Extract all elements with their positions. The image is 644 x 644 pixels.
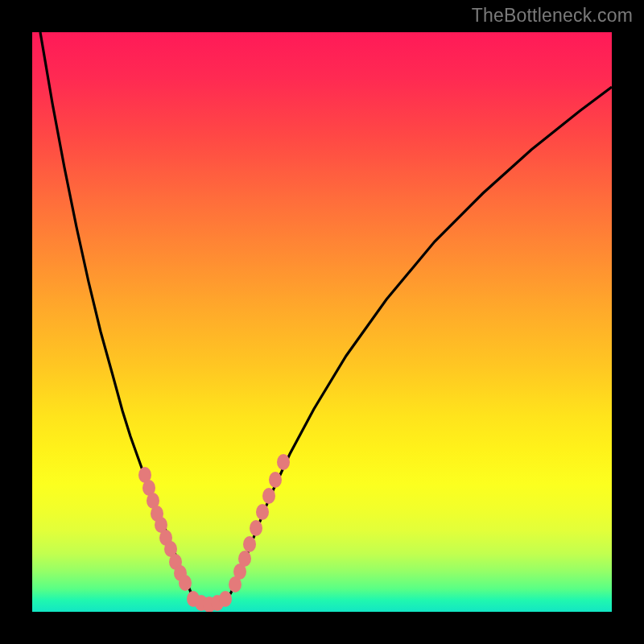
data-marker [269, 472, 282, 488]
chart-frame: TheBottleneck.com [0, 0, 644, 644]
data-marker [277, 454, 290, 470]
data-marker [219, 591, 232, 607]
curve-left-branch [40, 32, 192, 594]
watermark-text: TheBottleneck.com [472, 5, 633, 27]
data-marker [243, 536, 256, 552]
chart-svg [32, 32, 612, 612]
curve-right-branch [230, 87, 612, 594]
data-marker [179, 575, 192, 591]
plot-area [32, 32, 612, 612]
data-marker [262, 488, 275, 504]
marker-group-bottom [187, 591, 232, 612]
data-marker [238, 551, 251, 567]
data-marker [250, 520, 262, 536]
data-marker [256, 504, 269, 520]
curve-group [40, 32, 612, 605]
marker-group-left [138, 467, 192, 591]
